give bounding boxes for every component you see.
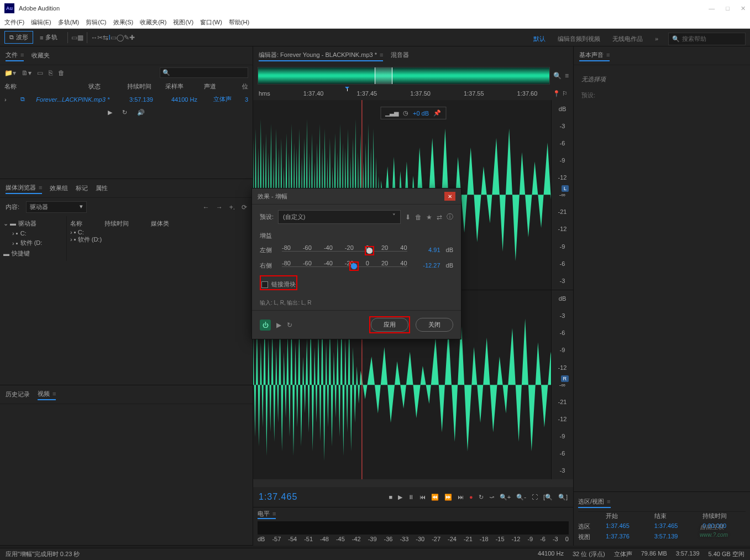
col-bit[interactable]: 位 <box>242 82 248 91</box>
close-dialog-button[interactable]: 关闭 <box>416 318 453 332</box>
content-dropdown[interactable]: 驱动器 ▾ <box>26 201 87 213</box>
record-icon[interactable]: ▭ <box>37 69 43 77</box>
col-dur2[interactable]: 持续时间 <box>104 219 129 228</box>
preset-dropdown[interactable]: (自定义)˅ <box>278 210 401 224</box>
tool-razor-icon[interactable]: ✂ <box>97 34 103 41</box>
tab-editor[interactable]: 编辑器: Forever Young - BLACKPINK.mp3 * ≡ <box>259 50 383 61</box>
zoom-icon[interactable]: 🔍 <box>553 72 562 80</box>
goto-start-button[interactable]: ⏮ <box>419 494 426 500</box>
file-row[interactable]: › ⧉ Forever...LACKPINK.mp3 * 3:57.139 44… <box>0 93 253 106</box>
col-name2[interactable]: 名称 <box>70 219 82 228</box>
pause-button[interactable]: ⏸ <box>408 494 414 500</box>
list-drive-c[interactable]: › ▪ C: <box>70 229 249 235</box>
preset-favorite-icon[interactable]: ★ <box>426 213 432 221</box>
menu-view[interactable]: 视图(V) <box>173 18 193 27</box>
view-multitrack-button[interactable]: ≡ 多轨 <box>35 32 62 43</box>
workspace-edit-audio[interactable]: 编辑音频到视频 <box>555 34 602 44</box>
tool-heal-icon[interactable]: ✚ <box>129 34 135 41</box>
col-duration[interactable]: 持续时间 <box>127 82 155 91</box>
link-sliders-checkbox[interactable]: 链接滑块 <box>261 280 296 289</box>
goto-end-button[interactable]: ⏭ <box>458 494 464 500</box>
power-toggle-icon[interactable]: ⏻ <box>260 320 271 331</box>
preset-info-icon[interactable]: ⓘ <box>447 212 453 222</box>
tool-marquee-icon[interactable]: ▭ <box>111 34 117 41</box>
tab-favorites[interactable]: 收藏夹 <box>32 50 50 61</box>
time-ruler[interactable]: hms 1:37.40 1:37.45 1:37.50 1:37.55 1:37… <box>253 87 573 100</box>
overview-waveform[interactable] <box>258 67 550 85</box>
col-type2[interactable]: 媒体类 <box>151 219 169 228</box>
timecode-display[interactable]: 1:37.465 <box>259 492 325 502</box>
preview-loop-icon[interactable]: ↻ <box>287 321 292 329</box>
menu-favorites[interactable]: 收藏夹(R) <box>140 18 166 27</box>
filter-icon[interactable]: ⟳ <box>242 203 247 211</box>
tab-selection-view[interactable]: 选区/视图 ≡ <box>578 496 611 508</box>
tab-effects-rack[interactable]: 效果组 <box>50 183 68 193</box>
channel-badge-left[interactable]: L <box>562 185 569 192</box>
col-status[interactable]: 状态 <box>88 82 116 91</box>
new-file-icon[interactable]: 🗎▾ <box>22 69 32 77</box>
tab-video[interactable]: 视频 ≡ <box>38 389 56 400</box>
zoom-sel-in-button[interactable]: [🔍 <box>543 494 553 501</box>
col-channels[interactable]: 声道 <box>204 82 232 91</box>
zoom-sel-out-button[interactable]: 🔍] <box>558 494 568 501</box>
playhead-icon[interactable] <box>347 87 348 91</box>
apply-button[interactable]: 应用 <box>371 318 408 332</box>
loop-button[interactable]: ↻ <box>479 494 484 501</box>
help-search-input[interactable]: 🔍 搜索帮助 <box>668 33 746 45</box>
view-duration[interactable] <box>702 533 746 541</box>
zoom-fit-button[interactable]: ⛶ <box>532 494 538 500</box>
tool-spectral-icon[interactable]: ▦ <box>77 34 83 41</box>
tab-files[interactable]: 文件 ≡ <box>6 50 24 61</box>
tab-markers[interactable]: 标记 <box>76 183 88 193</box>
channel-badge-right[interactable]: R <box>561 375 569 382</box>
tree-shortcuts[interactable]: ▬ 快捷键 <box>3 248 63 259</box>
preset-delete-icon[interactable]: 🗑 <box>415 213 422 221</box>
view-waveform-button[interactable]: ⧉ 波形 <box>4 31 33 44</box>
zoom-in-button[interactable]: 🔍+ <box>500 494 511 501</box>
forward-icon[interactable]: → <box>216 203 223 211</box>
right-gain-slider[interactable]: -80-60-40-2002040 <box>282 260 407 271</box>
menu-file[interactable]: 文件(F) <box>4 18 24 27</box>
minimize-button[interactable]: — <box>709 5 715 12</box>
menu-effects[interactable]: 效果(S) <box>113 18 134 27</box>
maximize-button[interactable]: □ <box>726 5 730 12</box>
tool-move-icon[interactable]: ↔ <box>91 34 97 41</box>
files-search-input[interactable]: 🔍 <box>160 67 248 78</box>
skip-button[interactable]: ⤻ <box>489 494 494 501</box>
tab-media-browser[interactable]: 媒体浏览器 ≡ <box>6 182 42 194</box>
pin-icon[interactable]: 📍 ⚐ <box>553 90 568 97</box>
stop-button[interactable]: ■ <box>389 494 392 500</box>
tool-brush-icon[interactable]: ✎ <box>124 34 129 41</box>
loop-icon[interactable]: ↻ <box>122 109 127 116</box>
play-button[interactable]: ▶ <box>398 494 402 501</box>
tab-levels[interactable]: 电平 ≡ <box>258 509 276 519</box>
play-icon[interactable]: ▶ <box>108 109 112 116</box>
tool-hud-icon[interactable]: ▭ <box>71 34 77 41</box>
workspace-radio[interactable]: 无线电作品 <box>610 34 645 44</box>
tree-drive-c[interactable]: › ▪ C: <box>3 229 63 238</box>
left-gain-value[interactable]: 4.91 <box>413 247 440 253</box>
sel-end[interactable]: 1:37.465 <box>654 522 697 531</box>
back-icon[interactable]: ← <box>203 203 209 211</box>
tab-mixer[interactable]: 混音器 <box>391 50 409 61</box>
zoom-out-button[interactable]: 🔍- <box>516 494 526 501</box>
workspace-more-icon[interactable]: » <box>653 34 660 43</box>
level-meter[interactable] <box>258 521 569 535</box>
horizontal-scrollbar[interactable] <box>253 479 573 487</box>
pin-hud-icon[interactable]: 📌 <box>433 109 441 117</box>
tab-history[interactable]: 历史记录 <box>6 389 30 400</box>
view-start[interactable]: 1:37.376 <box>606 533 649 541</box>
view-end[interactable]: 3:57.139 <box>654 533 697 541</box>
tree-root[interactable]: ⌄ ▬ 驱动器 <box>3 218 63 229</box>
gain-hud[interactable]: ▁▃▅ ◷ +0 dB 📌 <box>380 107 446 119</box>
preview-play-icon[interactable]: ▶ <box>276 321 281 329</box>
tab-essential-sound[interactable]: 基本声音 ≡ <box>579 50 610 61</box>
sel-duration[interactable]: 0:00.000 <box>702 522 746 531</box>
tab-properties[interactable]: 属性 <box>96 183 108 193</box>
menu-window[interactable]: 窗口(W) <box>200 18 222 27</box>
preset-save-icon[interactable]: ⬇ <box>405 213 411 221</box>
list-drive-d[interactable]: › ▪ 软件 (D:) <box>70 235 249 244</box>
menu-help[interactable]: 帮助(H) <box>229 18 249 27</box>
dialog-close-button[interactable]: ✕ <box>444 192 455 201</box>
close-button[interactable]: ✕ <box>741 5 746 12</box>
